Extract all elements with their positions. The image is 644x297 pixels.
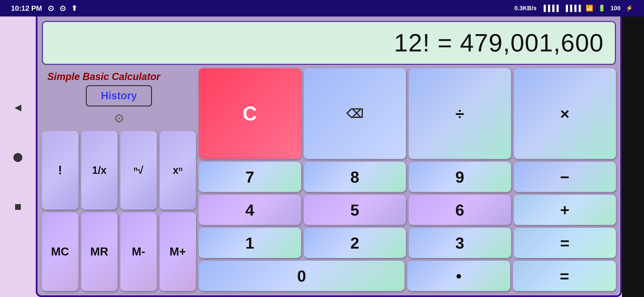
home-button[interactable]: ⬤ [10, 148, 26, 165]
network-speed: 0.3KB/s [514, 5, 537, 12]
side-nav: ◀ ⬤ ◼ [0, 16, 36, 297]
one-button[interactable]: 1 [199, 228, 301, 258]
three-button[interactable]: 3 [409, 228, 511, 258]
recent-button[interactable]: ◼ [10, 198, 26, 215]
time: 10:12 PM [11, 4, 42, 13]
notification-icon-2: ⊙ [59, 4, 66, 13]
battery-icon: 🔋 [598, 5, 605, 12]
numpad-row-3: 1 2 3 = [199, 228, 616, 258]
left-panel: Simple Basic Calculator History ⚙ ! 1/x … [42, 68, 196, 291]
calculator: 12! = 479,001,600 Simple Basic Calculato… [36, 16, 622, 297]
zero-button[interactable]: 0 [199, 261, 405, 291]
plus-button[interactable]: + [514, 195, 616, 225]
special-row: ! 1/x ⁿ√ xⁿ [42, 131, 196, 210]
numpad-row-4: 0 • = [199, 261, 616, 291]
six-button[interactable]: 6 [409, 195, 511, 225]
memory-row: MC MR M- M+ [42, 212, 196, 291]
mplus-button[interactable]: M+ [160, 212, 196, 291]
mr-button[interactable]: MR [81, 212, 118, 291]
right-panel: C ⌫ ÷ × 7 [199, 68, 616, 291]
decimal-button[interactable]: • [407, 261, 510, 291]
wifi-icon: 📶 [586, 5, 593, 12]
display: 12! = 479,001,600 [42, 21, 616, 65]
charging-icon: ⚡ [626, 5, 633, 12]
minus-button[interactable]: − [514, 162, 616, 192]
settings-icon[interactable]: ⚙ [114, 111, 124, 125]
notification-icon-1: ⊙ [48, 4, 54, 13]
seven-button[interactable]: 7 [199, 162, 301, 192]
factorial-button[interactable]: ! [42, 131, 78, 210]
history-button[interactable]: History [86, 85, 152, 106]
clear-button[interactable]: C [199, 68, 301, 159]
operator-row-top: C ⌫ ÷ × [199, 68, 616, 159]
signal-icon-1: ▐▐▐▐ [542, 5, 559, 12]
multiply-button[interactable]: × [514, 68, 616, 159]
five-button[interactable]: 5 [304, 195, 406, 225]
signal-icon-2: ▐▐▐▐ [564, 5, 581, 12]
reciprocal-button[interactable]: 1/x [81, 131, 118, 210]
numpad-row-2: 4 5 6 + [199, 195, 616, 225]
status-right: 0.3KB/s ▐▐▐▐ ▐▐▐▐ 📶 🔋 100 ⚡ [514, 5, 633, 12]
upload-icon: ⬆ [71, 4, 77, 13]
mminus-button[interactable]: M- [120, 212, 157, 291]
battery-level: 100 [610, 5, 621, 12]
nine-button[interactable]: 9 [409, 162, 511, 192]
nthroot-button[interactable]: ⁿ√ [120, 131, 157, 210]
equals-button-2[interactable]: = [513, 261, 616, 291]
backspace-button[interactable]: ⌫ [304, 68, 406, 159]
eight-button[interactable]: 8 [304, 162, 406, 192]
right-area [622, 16, 644, 297]
two-button[interactable]: 2 [304, 228, 406, 258]
numpad-row-1: 7 8 9 − [199, 162, 616, 192]
power-button[interactable]: xⁿ [160, 131, 196, 210]
status-left: 10:12 PM ⊙ ⊙ ⬆ [11, 4, 77, 13]
display-value: 12! = 479,001,600 [394, 29, 604, 57]
main-area: Simple Basic Calculator History ⚙ ! 1/x … [42, 68, 616, 291]
divide-button[interactable]: ÷ [409, 68, 511, 159]
mc-button[interactable]: MC [42, 212, 78, 291]
equals-button[interactable]: = [514, 228, 616, 258]
four-button[interactable]: 4 [199, 195, 301, 225]
back-button[interactable]: ◀ [10, 99, 26, 116]
status-bar: 10:12 PM ⊙ ⊙ ⬆ 0.3KB/s ▐▐▐▐ ▐▐▐▐ 📶 🔋 100… [0, 0, 644, 16]
app-label: Simple Basic Calculator [42, 71, 196, 82]
